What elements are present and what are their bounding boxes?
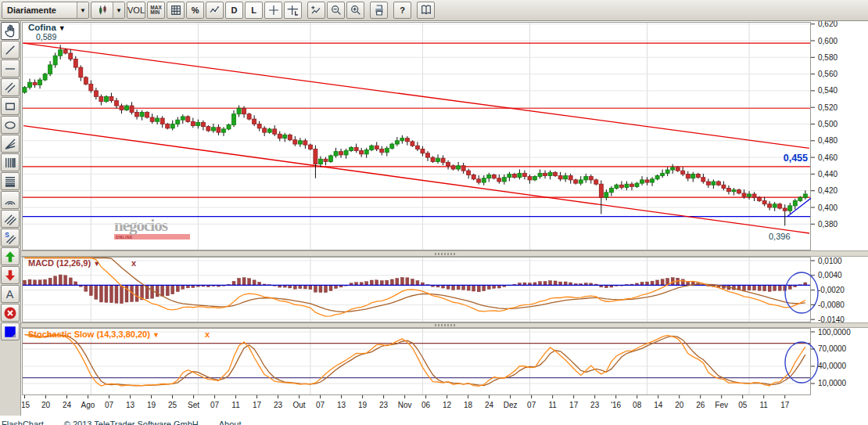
macd-histogram-bar <box>309 285 312 289</box>
candle <box>773 204 777 207</box>
candle <box>538 173 542 176</box>
fan-lines-tool[interactable] <box>1 135 20 153</box>
delete-tool[interactable] <box>1 304 20 322</box>
candle <box>752 194 756 197</box>
macd-histogram-bar <box>539 282 542 286</box>
parallel-lines-tool[interactable] <box>1 78 20 96</box>
s-speed-lines-tool[interactable]: S <box>1 229 20 247</box>
candle <box>23 88 27 92</box>
chevron-down-icon[interactable]: ▼ <box>59 24 66 32</box>
macd-histogram-bar <box>156 285 159 297</box>
zoom-out-button[interactable] <box>327 2 345 19</box>
zoom-area-button[interactable] <box>307 2 325 19</box>
y-tick-label: 100,0000 <box>818 328 851 337</box>
macd-chart-canvas[interactable] <box>22 257 811 322</box>
chevron-down-icon[interactable]: ▼ <box>77 2 88 18</box>
stochastic-close-button[interactable]: x <box>205 330 210 339</box>
trendline-tool[interactable] <box>1 41 20 59</box>
volume-button[interactable]: VOL <box>127 2 145 19</box>
candle <box>472 175 475 178</box>
candle <box>554 172 558 175</box>
splitter-grip-icon[interactable] <box>435 253 455 255</box>
candle <box>201 122 205 126</box>
candle <box>334 152 338 156</box>
maxmin-button[interactable]: MAXMIN <box>147 2 165 19</box>
macd-histogram-bar <box>324 285 327 292</box>
arc-tool[interactable] <box>1 191 20 209</box>
about-link[interactable]: About <box>219 420 242 425</box>
macd-histogram-bar <box>314 285 317 292</box>
panel-splitter[interactable] <box>21 250 868 257</box>
y-tick-label: 0,600 <box>818 37 838 45</box>
macd-histogram-bar <box>48 278 52 285</box>
hgrid-icon <box>3 175 17 189</box>
candle <box>247 114 251 119</box>
candle <box>79 67 83 77</box>
fibonacci-time-tool[interactable] <box>1 153 20 171</box>
macd-histogram-bar <box>758 285 761 290</box>
instrument-selector[interactable]: Cofina▼ <box>28 23 66 32</box>
fibonacci-retracement-tool[interactable] <box>1 172 20 190</box>
price-chart-canvas[interactable] <box>22 22 811 250</box>
macd-histogram-bar <box>452 285 455 290</box>
chevron-down-icon[interactable]: ▼ <box>152 331 160 339</box>
grid-button[interactable] <box>167 2 185 19</box>
x-tick-label: 11 <box>760 401 769 409</box>
candle <box>160 118 164 124</box>
rectangle-tool[interactable] <box>1 97 20 115</box>
splitter-grip-icon[interactable] <box>435 324 455 326</box>
candle <box>671 167 675 170</box>
macd-histogram-bar <box>477 285 480 291</box>
indicator-chart-button[interactable] <box>206 2 224 19</box>
candle <box>140 113 144 117</box>
stochastic-panel-title: Stochastic Slow (14,3,3,80,20) ▼ <box>28 330 160 339</box>
speed-lines-tool[interactable] <box>1 210 20 228</box>
chevron-down-icon[interactable]: ▼ <box>113 2 124 18</box>
candle <box>425 153 429 157</box>
panel-splitter[interactable] <box>21 322 868 328</box>
candle <box>33 82 37 85</box>
macd-histogram-bar <box>390 279 393 285</box>
line-button[interactable]: L <box>245 2 263 19</box>
text-tool[interactable]: A <box>1 285 20 303</box>
price-peak-label: 0,589 <box>36 32 56 41</box>
product-link[interactable]: FlashChart <box>2 420 44 425</box>
macd-histogram-bar <box>656 280 659 285</box>
crosshair-data-button[interactable] <box>284 2 302 19</box>
candle <box>508 174 511 177</box>
status-bar: FlashChart© 2013 TeleTrader Software Gmb… <box>0 416 868 425</box>
chevron-down-icon[interactable]: ▼ <box>93 260 100 268</box>
candle <box>350 147 353 150</box>
candle <box>191 121 195 125</box>
price-annotation-0396: 0,396 <box>769 232 791 241</box>
arrow-down-tool[interactable] <box>1 266 20 284</box>
arrow-up-tool[interactable] <box>1 247 20 265</box>
macd-histogram-bar <box>773 285 777 290</box>
chart-type-select[interactable]: ▼ <box>91 2 125 19</box>
horizontal-line-tool[interactable] <box>1 59 20 77</box>
period-select-label: Diariamente <box>2 2 77 18</box>
y-tick-label: -0,0080 <box>818 301 845 309</box>
candle <box>635 183 639 186</box>
color-picker-tool[interactable] <box>1 322 20 340</box>
percent-button[interactable]: % <box>186 2 204 19</box>
zoom-in-button[interactable] <box>346 2 364 19</box>
candle <box>492 175 496 178</box>
daily-button[interactable]: D <box>225 2 243 19</box>
candle <box>237 108 241 113</box>
ellipse-tool[interactable] <box>1 116 20 134</box>
macd-close-button[interactable]: x <box>131 258 136 268</box>
print-button[interactable] <box>370 2 388 19</box>
macd-histogram-bar <box>416 281 419 286</box>
candle <box>253 119 256 124</box>
crosshair-button[interactable] <box>264 2 282 19</box>
help-button[interactable]: ? <box>393 2 411 19</box>
candle <box>732 190 736 192</box>
candle <box>655 176 659 179</box>
candle <box>395 141 399 144</box>
period-select[interactable]: Diariamente ▼ <box>2 2 89 19</box>
macd-histogram-bar <box>293 285 296 289</box>
book-button[interactable] <box>417 2 435 19</box>
candle <box>324 159 328 161</box>
pan-tool[interactable] <box>1 22 20 40</box>
